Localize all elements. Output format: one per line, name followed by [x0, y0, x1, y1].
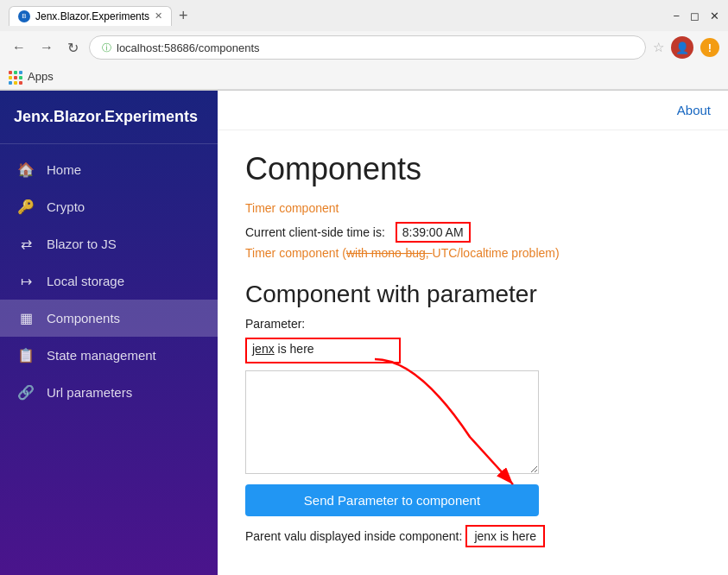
apps-bookmark-label[interactable]: Apps: [28, 70, 54, 83]
tab-close-button[interactable]: ✕: [155, 10, 162, 22]
sidebar-item-home[interactable]: 🏠 Home: [0, 151, 218, 188]
sidebar-item-home-label: Home: [47, 162, 81, 177]
transfer-icon: ⇄: [17, 236, 35, 252]
user-avatar: 👤: [671, 36, 693, 59]
bookmarks-bar: Apps: [0, 64, 728, 90]
sidebar-item-url-parameters[interactable]: 🔗 Url parameters: [0, 374, 218, 411]
param-input[interactable]: [245, 338, 401, 363]
lock-icon: ⓘ: [102, 41, 111, 54]
content: Components Timer component Current clien…: [218, 130, 728, 568]
output-area: Parent valu displayed inside component: …: [245, 525, 700, 547]
apps-grid-icon: [9, 71, 21, 83]
sidebar-item-blazor-js[interactable]: ⇄ Blazor to JS: [0, 225, 218, 262]
main-area: About Components Timer component Current…: [218, 91, 728, 575]
bookmark-button[interactable]: ☆: [653, 40, 664, 55]
address-input[interactable]: ⓘ localhost:58686/components: [89, 35, 646, 60]
param-section-title: Component with parameter: [245, 281, 700, 308]
reload-button[interactable]: ↻: [64, 38, 82, 58]
browser-chrome: B Jenx.Blazor.Experiments ✕ + − ◻ ✕ ← → …: [0, 0, 728, 91]
top-bar: About: [218, 91, 728, 130]
about-link[interactable]: About: [677, 103, 711, 117]
page-title: Components: [245, 151, 700, 187]
sidebar: Jenx.Blazor.Experiments 🏠 Home 🔑 Crypto …: [0, 91, 218, 575]
sidebar-item-components[interactable]: ▦ Components: [0, 300, 218, 337]
timer-text: Current client-side time is: 8:39:00 AM: [245, 222, 700, 243]
restore-button[interactable]: ◻: [690, 9, 700, 22]
sidebar-item-local-storage[interactable]: ↦ Local storage: [0, 262, 218, 300]
timer-bug-strikethrough: with mono-bug,: [346, 246, 433, 260]
window-controls: − ◻ ✕: [673, 9, 719, 22]
state-icon: 📋: [17, 347, 35, 363]
param-textarea[interactable]: [245, 370, 539, 474]
key-icon: 🔑: [17, 199, 35, 215]
minimize-button[interactable]: −: [673, 9, 680, 22]
sidebar-item-local-storage-label: Local storage: [47, 274, 124, 288]
sidebar-item-components-label: Components: [47, 311, 120, 325]
warning-icon: !: [700, 38, 719, 57]
sidebar-item-state-management-label: State management: [47, 348, 156, 363]
back-button[interactable]: ←: [9, 38, 29, 57]
tab-favicon: B: [18, 10, 30, 22]
timer-prefix: Current client-side time is:: [245, 225, 385, 239]
title-bar: B Jenx.Blazor.Experiments ✕ + − ◻ ✕: [0, 0, 728, 31]
timer-section-label: Timer component: [245, 201, 700, 215]
components-icon: ▦: [17, 310, 35, 326]
timer-value: 8:39:00 AM: [396, 222, 471, 243]
output-prefix: Parent valu displayed inside component:: [245, 529, 462, 543]
url-icon: 🔗: [17, 384, 35, 401]
timer-bug-text: Timer component (with mono-bug, UTC/loca…: [245, 246, 700, 260]
sidebar-item-url-parameters-label: Url parameters: [47, 385, 132, 400]
browser-tab[interactable]: B Jenx.Blazor.Experiments ✕: [9, 6, 172, 26]
app-wrapper: Jenx.Blazor.Experiments 🏠 Home 🔑 Crypto …: [0, 91, 728, 575]
timer-bug-suffix: UTC/localtime problem): [433, 246, 560, 260]
sidebar-item-blazor-js-label: Blazor to JS: [47, 237, 117, 251]
sidebar-item-crypto[interactable]: 🔑 Crypto: [0, 188, 218, 225]
forward-button[interactable]: →: [36, 38, 57, 57]
tab-title: Jenx.Blazor.Experiments: [35, 10, 149, 22]
storage-icon: ↦: [17, 273, 35, 289]
close-button[interactable]: ✕: [710, 9, 719, 22]
sidebar-item-state-management[interactable]: 📋 State management: [0, 337, 218, 374]
sidebar-title: Jenx.Blazor.Experiments: [0, 91, 218, 144]
home-icon: 🏠: [17, 161, 35, 178]
timer-bug-prefix: Timer component (: [245, 246, 346, 260]
address-text: localhost:58686/components: [117, 41, 260, 54]
sidebar-item-crypto-label: Crypto: [47, 199, 85, 214]
sidebar-nav: 🏠 Home 🔑 Crypto ⇄ Blazor to JS ↦ Local s…: [0, 144, 218, 418]
new-tab-button[interactable]: +: [179, 8, 188, 23]
send-parameter-button[interactable]: Send Parameter to component: [245, 484, 539, 516]
output-value: jenx is here: [465, 525, 545, 547]
param-label: Parameter:: [245, 317, 700, 331]
address-bar: ← → ↻ ⓘ localhost:58686/components ☆ 👤 !: [0, 31, 728, 64]
